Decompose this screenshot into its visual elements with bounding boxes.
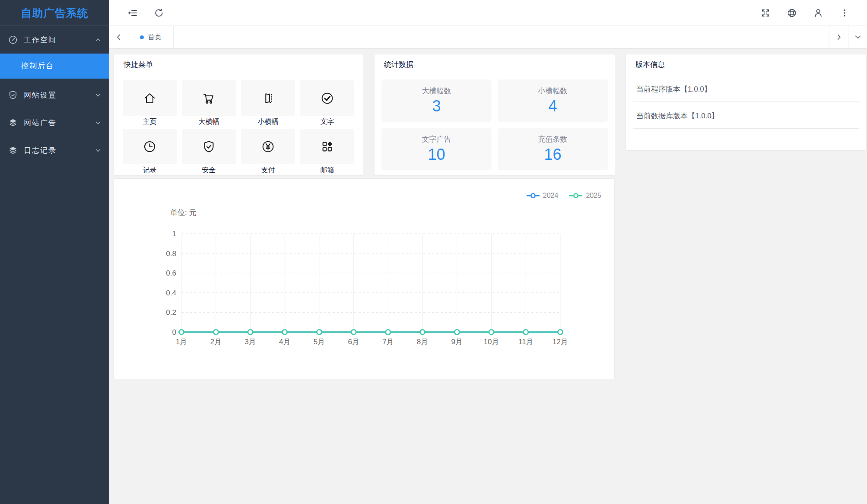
stat-card-small-banners: 小横幅数 4 [498,79,608,122]
legend-marker-icon [569,193,582,199]
quick-menu-item-small-banner[interactable]: 小横幅 [241,80,295,126]
door-icon [241,80,295,116]
tab-home[interactable]: 首页 [128,26,174,48]
chevron-up-icon [95,36,102,43]
svg-text:0.8: 0.8 [166,250,176,258]
yen-circle-icon [241,129,295,164]
home-icon [123,80,177,116]
legend-item-2025[interactable]: 2025 [569,192,601,200]
sidebar-item-workspace[interactable]: 工作空间 [0,26,109,54]
svg-text:3月: 3月 [245,338,256,346]
legend-label: 2025 [586,192,601,200]
stat-value: 16 [498,146,608,164]
sidebar: 自助广告系统 工作空间 控制后台 网站设置 [0,0,109,504]
quick-menu-item-security[interactable]: 安全 [182,129,236,174]
sidebar-item-logs[interactable]: 日志记录 [0,136,109,164]
quick-menu-item-big-banner[interactable]: 大横幅 [182,80,236,126]
active-tab-dot [140,35,144,39]
quick-menu-item-home[interactable]: 主页 [123,80,177,126]
tabbar-spacer [174,26,829,48]
user-icon[interactable] [813,8,823,18]
svg-text:6月: 6月 [348,338,359,346]
svg-text:12月: 12月 [553,338,568,346]
panel-title: 统计数据 [375,54,615,75]
app-title: 自助广告系统 [0,0,109,26]
layers-icon [8,145,18,155]
menu-fold-icon[interactable] [127,8,138,18]
layers-icon [8,117,18,128]
clock-icon [123,129,177,164]
cart-icon [182,80,236,116]
globe-icon[interactable] [787,8,797,18]
svg-text:0: 0 [172,328,176,336]
shield-check-icon [182,129,236,164]
grid-diamond-icon [300,129,354,164]
header [109,0,867,26]
svg-text:0.2: 0.2 [166,308,176,317]
chevron-down-icon [95,147,102,154]
svg-text:5月: 5月 [314,338,325,346]
sidebar-item-label: 日志记录 [24,146,95,155]
chevron-down-icon [95,92,102,98]
database-version-row: 当前数据库版本【1.0.0】 [633,102,859,129]
svg-text:1月: 1月 [176,338,187,346]
chart-panel: 20242025 00.20.40.60.811月2月3月4月5月6月7月8月9… [114,178,615,379]
svg-text:10月: 10月 [484,338,499,346]
quick-menu-item-payment[interactable]: 支付 [241,129,295,174]
tabs-menu-button[interactable] [848,26,867,48]
sidebar-item-label: 网站设置 [24,90,95,100]
svg-text:1: 1 [172,230,176,238]
panel-title: 版本信息 [626,54,866,75]
svg-text:9月: 9月 [451,338,463,346]
more-vertical-icon[interactable] [839,8,850,18]
tab-bar: 首页 [109,26,867,49]
chart-legend: 20242025 [527,192,601,200]
legend-marker-icon [527,193,540,199]
quick-menu-panel: 快捷菜单 主页 [114,54,363,176]
stats-panel: 统计数据 大横幅数 3 小横幅数 4 文字广告 10 充值条数 16 [374,54,615,176]
svg-text:0.6: 0.6 [166,269,176,277]
sidebar-item-label: 工作空间 [24,35,95,45]
chart-canvas: 00.20.40.60.811月2月3月4月5月6月7月8月9月10月11月12… [114,179,614,379]
svg-text:2月: 2月 [210,338,221,346]
shield-check-icon [8,90,18,100]
quick-menu-item-mailbox[interactable]: 邮箱 [300,129,354,174]
stat-value: 3 [381,97,492,115]
svg-text:单位: 元: 单位: 元 [170,209,196,217]
stat-value: 4 [498,97,608,115]
legend-item-2024[interactable]: 2024 [527,192,559,200]
legend-label: 2024 [543,192,559,200]
chevron-down-icon [95,119,102,126]
quick-menu-item-records[interactable]: 记录 [123,129,177,174]
sidebar-item-site-ads[interactable]: 网站广告 [0,109,109,136]
panel-title: 快捷菜单 [114,54,363,75]
sidebar-item-label: 网站广告 [24,118,95,128]
sidebar-item-control-backend[interactable]: 控制后台 [0,54,109,79]
program-version-row: 当前程序版本【1.0.0】 [633,75,859,102]
stat-card-text-ads: 文字广告 10 [381,128,492,170]
tabs-scroll-right-button[interactable] [829,26,848,48]
stat-value: 10 [381,146,492,164]
fullscreen-icon[interactable] [760,8,771,18]
refresh-icon[interactable] [154,8,164,18]
version-panel: 版本信息 当前程序版本【1.0.0】 当前数据库版本【1.0.0】 [626,54,867,151]
stat-card-big-banners: 大横幅数 3 [381,79,492,122]
sidebar-item-site-settings[interactable]: 网站设置 [0,81,109,109]
svg-text:8月: 8月 [417,338,428,346]
tab-label: 首页 [148,33,162,42]
svg-text:4月: 4月 [279,338,290,346]
check-circle-icon [300,80,354,116]
content: 快捷菜单 主页 [109,49,867,504]
svg-text:11月: 11月 [518,338,534,346]
svg-text:7月: 7月 [382,338,394,346]
dashboard-icon [8,35,18,45]
tabs-scroll-left-button[interactable] [109,26,128,48]
quick-menu-item-text[interactable]: 文字 [300,80,354,126]
svg-text:0.4: 0.4 [166,289,176,297]
main-area: 首页 快捷菜单 主页 [109,0,867,504]
stat-card-recharges: 充值条数 16 [498,128,608,170]
